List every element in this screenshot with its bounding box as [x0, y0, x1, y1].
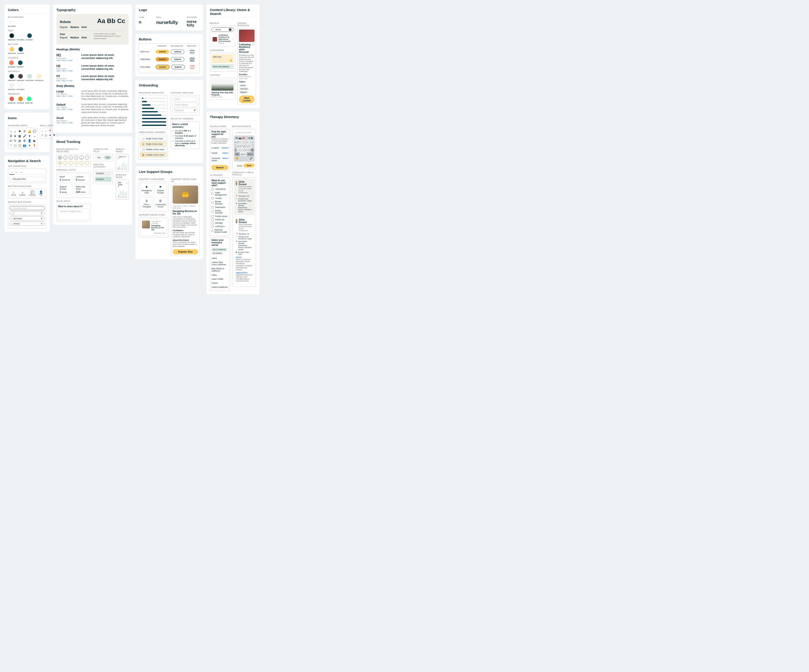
form-row[interactable]: Insurance carrierSelect	[211, 156, 228, 163]
search-result[interactable]: Cultivating Resilience in High-Stress En…	[211, 33, 233, 45]
tertiary-button[interactable]: Click here	[186, 49, 198, 55]
checkbox-item[interactable]: LGBTQIA+	[211, 225, 228, 228]
key[interactable]: x	[239, 148, 240, 152]
key[interactable]: ⌫	[251, 148, 253, 152]
category-selfcare[interactable]: Self-Care👑	[211, 54, 233, 63]
carrier-item[interactable]: United Healthcare	[211, 285, 228, 289]
carrier-item[interactable]: Oscar Health	[211, 277, 228, 281]
person-icon: 🧍	[33, 144, 36, 147]
plus-icon: ✚	[18, 129, 22, 133]
input-password[interactable]: Password👁	[172, 108, 198, 113]
heart-icon[interactable]: ♡	[252, 43, 255, 47]
key[interactable]: s	[238, 144, 240, 148]
start-lesson-button[interactable]: Start Lesson	[239, 96, 255, 103]
search-icon: ⌕	[236, 131, 237, 134]
key[interactable]: t	[242, 140, 244, 144]
choice-list: Single choice inputSingle choice inputMu…	[139, 135, 168, 160]
key[interactable]: g	[243, 144, 245, 148]
key[interactable]: r	[240, 140, 242, 144]
calendar-icon: ▤	[18, 139, 22, 143]
key[interactable]: w	[237, 140, 238, 144]
carrier-item[interactable]: Aetna	[211, 256, 228, 260]
pill-active[interactable]: Text	[104, 156, 112, 160]
key[interactable]: y	[244, 140, 246, 144]
search-state[interactable]: ⌕stress|✕	[10, 222, 45, 226]
key[interactable]: c	[241, 148, 242, 152]
checkbox-item[interactable]: Anxiety	[211, 197, 228, 199]
nav-you[interactable]: 👤You	[39, 190, 43, 196]
choice-item[interactable]: Multiple choice input	[140, 147, 166, 152]
key[interactable]: d	[240, 144, 241, 148]
checkbox-item[interactable]: Depression	[211, 206, 228, 208]
input-name[interactable]: Name	[172, 97, 198, 101]
logo-stacked: nursefully.	[187, 20, 200, 27]
key[interactable]: z	[237, 148, 238, 152]
search-state[interactable]: ⌕text input✕	[10, 217, 45, 220]
save-button[interactable]: Save	[243, 163, 255, 168]
category-worklife[interactable]: Work-Life Balance	[211, 64, 233, 69]
checkbox-item[interactable]: ADD/ADHD	[211, 188, 228, 190]
nav-connect[interactable]: 💬Connect	[29, 190, 36, 196]
content-thumbnail[interactable]	[211, 79, 233, 91]
register-button[interactable]: Register Now	[173, 249, 198, 254]
nav-explore[interactable]: ⌕Explore	[19, 190, 25, 196]
checkbox-item[interactable]: Bipolar Disorder	[211, 200, 228, 205]
pill-default[interactable]: Text	[95, 156, 103, 160]
mood-textarea[interactable]: Add your thoughts here...	[58, 208, 89, 220]
category-emergency-help[interactable]: ✚Emergency Help	[140, 183, 153, 196]
secondary-button[interactable]: Submit	[171, 49, 185, 54]
choice-item[interactable]: Single choice input	[140, 136, 166, 141]
key[interactable]: ⇧	[235, 148, 237, 152]
choice-item[interactable]: ✓Multiple choice input	[140, 153, 166, 157]
progress-list: ‹‹‹‹‹‹‹‹‹	[139, 95, 168, 129]
key[interactable]: f	[242, 144, 243, 148]
form-row[interactable]: NeedsSelect	[211, 151, 228, 156]
key[interactable]: e	[238, 140, 240, 144]
location-input[interactable]: ⌕Search location	[234, 131, 255, 134]
checkbox-item[interactable]: Eating Disorder	[211, 210, 228, 214]
key[interactable]: m	[249, 148, 250, 152]
support-group-card[interactable]: Tues Jan 2 • 7:00 PM Navigating Burnout …	[140, 219, 167, 236]
key[interactable]: n	[247, 148, 248, 152]
category-support-groups[interactable]: ⚑Support Groups	[154, 183, 167, 196]
choice-item[interactable]: Single choice input	[140, 142, 166, 146]
emotion-selected[interactable]: Emotion	[95, 177, 111, 182]
carrier-item[interactable]: Cigna	[211, 273, 228, 277]
checkbox-item[interactable]: Anger Management	[211, 192, 228, 196]
checkbox-item[interactable]: Infertility	[211, 222, 228, 224]
star-icon: ★	[14, 134, 17, 138]
carrier-item[interactable]: Oxford	[211, 281, 228, 285]
key[interactable]: q	[235, 140, 236, 144]
key[interactable]: b	[245, 148, 246, 152]
therapist-card[interactable]: Silvia DurandAdult Psychiatric & Mental …	[234, 179, 255, 215]
eye-icon: 👁	[194, 109, 196, 111]
checkbox-item[interactable]: Family Issues	[211, 215, 228, 217]
key[interactable]: h	[245, 144, 247, 148]
key[interactable]: p	[252, 140, 253, 144]
carrier-item[interactable]: Blue Shield of California	[211, 267, 228, 273]
key[interactable]: a	[237, 144, 238, 148]
input-email-address[interactable]: Email Address	[172, 102, 198, 107]
key[interactable]: i	[248, 140, 250, 144]
nav-home[interactable]: ⌂Home	[11, 190, 16, 196]
search-input[interactable]: ⌕stress✕	[211, 27, 233, 32]
search-state[interactable]: ⌕Search content	[10, 206, 45, 210]
search-button[interactable]: Search	[211, 165, 228, 170]
form-row[interactable]: LocationSearch	[211, 145, 228, 151]
checkbox-item[interactable]: Maternal Mental Health	[211, 228, 228, 233]
key[interactable]: j	[247, 144, 248, 148]
category-find-a-therapist[interactable]: ⚲Find a Therapist	[140, 197, 153, 210]
key[interactable]: k	[249, 144, 250, 148]
weekly-chart: ‹Jan 1-7› SMTWTFS	[116, 154, 129, 171]
carrier-item[interactable]: Anthem Blue Cross California	[211, 260, 228, 267]
key[interactable]: u	[247, 140, 248, 144]
key[interactable]: l	[250, 144, 252, 148]
reset-link[interactable]: Reset	[237, 164, 242, 166]
emotion-default[interactable]: Emotion	[95, 171, 111, 176]
primary-button[interactable]: Submit	[156, 50, 169, 54]
checkbox-item[interactable]: Grief/Loss	[211, 218, 228, 221]
key[interactable]: v	[243, 148, 244, 152]
key[interactable]: o	[250, 140, 252, 144]
category-community-forum[interactable]: ☰Community Forum	[154, 197, 167, 210]
search-state[interactable]: ⌕|✕	[10, 211, 45, 215]
